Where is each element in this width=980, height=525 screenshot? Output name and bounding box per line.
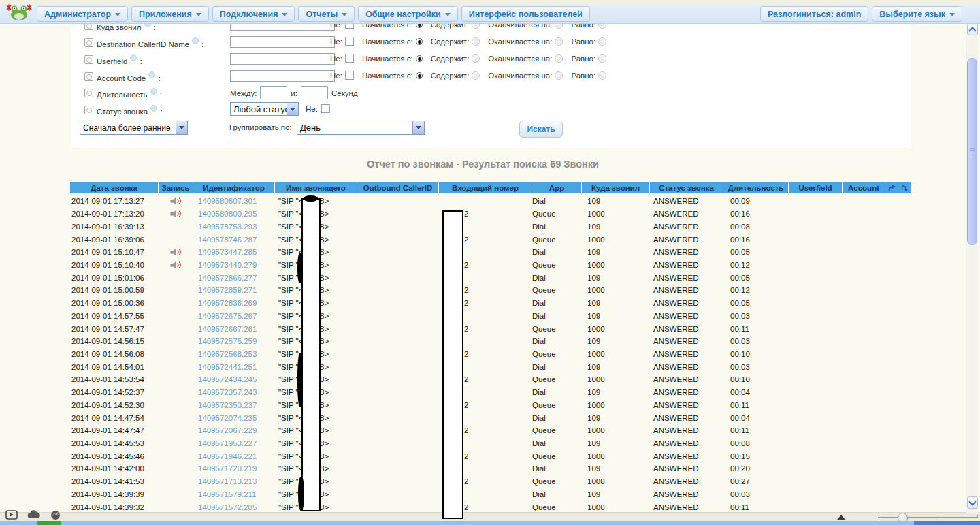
call-id-link[interactable]: 1409572859.271 [198,286,257,294]
duration-max-input[interactable] [301,86,328,99]
search-button[interactable]: Искать [519,121,563,138]
freepbx-frog-logo[interactable] [4,3,34,22]
call-id-link[interactable]: 1409571953.227 [198,439,257,447]
equals-radio[interactable] [598,37,606,46]
call-id-link[interactable]: 1409580807.301 [198,197,257,205]
cell-app: Dial [532,360,581,373]
filter-input[interactable] [230,53,335,65]
call-id-link[interactable]: 1409573447.285 [198,248,257,256]
equals-radio[interactable] [598,71,606,80]
call-id-link[interactable]: 1409573440.279 [198,261,257,269]
call-id-link[interactable]: 1409580800.295 [198,210,257,218]
ends-radio[interactable] [555,71,563,80]
call-id-link[interactable]: 1409572434.245 [198,375,257,383]
cell-account [843,348,885,361]
help-icon[interactable] [150,88,157,95]
order-select[interactable]: Сначала более ранние [80,121,188,135]
cell-account [843,233,885,246]
scroll-down-button[interactable] [967,496,978,509]
filter-input[interactable] [230,70,335,82]
not-checkbox[interactable] [345,54,354,63]
call-id-link[interactable]: 1409572074.235 [198,414,257,422]
cell-date: 2014-09-01 14:47:47 [70,424,158,437]
call-id-link[interactable]: 1409571720.219 [198,464,257,473]
cell-outbound-cid [357,220,438,233]
begins-radio[interactable] [416,38,423,45]
menu-reports[interactable]: Отчеты [298,6,355,22]
equals-radio[interactable] [598,54,606,63]
collapse-triangle-icon[interactable] [837,515,845,520]
language-button[interactable]: Выберите язык [872,6,962,22]
record-playback-icon[interactable] [170,210,182,218]
call-id-link[interactable]: 1409572357.243 [198,388,257,396]
filter-input[interactable] [230,36,335,48]
contains-radio[interactable] [472,37,480,46]
help-icon[interactable] [150,105,157,112]
chevron-down-icon [282,13,287,16]
sort-ascending-icon[interactable] [885,182,898,193]
seconds-label: Секунд [331,89,358,97]
caller-suffix: 8> [320,236,329,244]
chevron-down-icon [445,13,451,16]
cell-account [843,271,885,284]
begins-radio[interactable] [416,72,423,79]
table-row: 2014-09-01 14:57:55 1409572675.267 "SIP … [70,309,911,322]
menu-bar: Администратор Приложения Подключения Отч… [0,4,980,24]
zoom-slider-track[interactable] [878,517,978,518]
cell-status: ANSWERED [650,348,723,361]
gauge-icon[interactable] [50,510,61,520]
call-id-link[interactable]: 1409572568.253 [198,350,257,358]
menu-administrator[interactable]: Администратор [37,6,128,22]
call-id-link[interactable]: 1409571572.205 [198,503,257,511]
call-id-link[interactable]: 1409572866.277 [198,274,257,282]
status-not-checkbox[interactable] [321,104,330,113]
help-icon[interactable] [192,37,199,44]
caller-suffix: 8> [320,490,329,498]
group-by-select[interactable]: День [297,121,425,135]
ends-radio[interactable] [555,37,563,46]
cell-duration: 00:08 [723,437,788,450]
field-enable-checkbox[interactable] [84,72,93,81]
call-id-link[interactable]: 1409578746.287 [198,236,257,244]
field-enable-checkbox[interactable] [84,38,93,47]
call-id-link[interactable]: 1409572441.251 [198,363,257,371]
not-checkbox[interactable] [345,71,354,80]
contains-radio[interactable] [472,71,480,80]
call-id-link[interactable]: 1409572836.269 [198,299,257,307]
logout-button[interactable]: Разлогиниться: admin [760,6,868,22]
menu-settings[interactable]: Общие настройки [358,6,458,22]
call-id-link[interactable]: 1409572667.261 [198,325,257,333]
table-row: 2014-09-01 14:54:01 1409572441.251 "SIP … [70,360,911,373]
help-icon[interactable] [148,71,155,78]
begins-radio[interactable] [416,55,423,62]
help-icon[interactable] [130,54,137,61]
call-id-link[interactable]: 1409571713.213 [198,477,257,486]
call-id-link[interactable]: 1409572575.259 [198,337,257,345]
call-id-link[interactable]: 1409572675.267 [198,312,257,320]
duration-min-input[interactable] [260,86,287,99]
field-enable-checkbox[interactable] [84,89,93,97]
menu-user-panel[interactable]: Интерфейс пользователей [461,6,590,22]
scrollbar-thumb[interactable] [967,58,977,245]
call-id-link[interactable]: 1409572067.229 [198,426,257,434]
record-playback-icon[interactable] [170,261,182,269]
status-select[interactable]: Любой статус [230,102,299,116]
cloud-icon[interactable] [27,510,41,520]
sort-descending-icon[interactable] [898,182,911,193]
field-enable-checkbox[interactable] [84,55,93,64]
call-id-link[interactable]: 1409571579.211 [198,490,257,498]
ends-radio[interactable] [555,54,563,63]
call-id-link[interactable]: 1409572350.237 [198,401,257,409]
not-checkbox[interactable] [345,37,354,46]
vertical-scrollbar[interactable] [966,22,978,513]
record-playback-icon[interactable] [170,197,182,205]
call-id-link[interactable]: 1409571946.221 [198,452,257,460]
menu-connectivity[interactable]: Подключения [212,6,295,22]
contains-radio[interactable] [472,54,480,63]
menu-applications[interactable]: Приложения [131,6,209,22]
record-playback-icon[interactable] [170,248,182,256]
call-id-link[interactable]: 1409578753.293 [198,223,257,231]
scroll-up-button[interactable] [967,23,978,35]
player-window-icon[interactable] [5,510,18,520]
field-enable-checkbox[interactable] [84,106,93,114]
